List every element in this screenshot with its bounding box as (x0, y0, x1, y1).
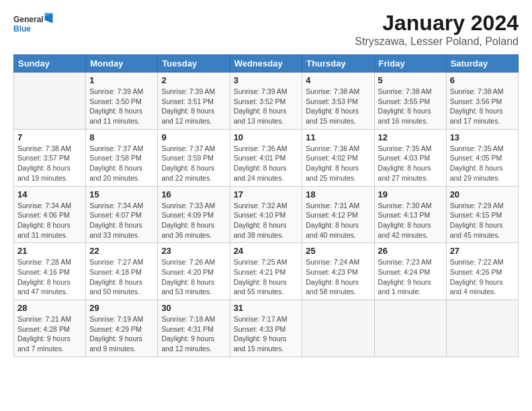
calendar-cell: 23Sunrise: 7:26 AM Sunset: 4:20 PM Dayli… (158, 243, 230, 300)
day-info: Sunrise: 7:39 AM Sunset: 3:50 PM Dayligh… (89, 87, 154, 126)
calendar-table: SundayMondayTuesdayWednesdayThursdayFrid… (13, 54, 519, 357)
day-number: 11 (306, 132, 370, 142)
day-number: 10 (234, 132, 299, 142)
day-number: 17 (234, 189, 299, 199)
calendar-cell: 22Sunrise: 7:27 AM Sunset: 4:18 PM Dayli… (86, 243, 158, 300)
day-number: 18 (306, 189, 370, 199)
day-number: 12 (378, 132, 443, 142)
day-info: Sunrise: 7:35 AM Sunset: 4:03 PM Dayligh… (378, 144, 443, 183)
day-number: 6 (450, 75, 515, 85)
day-number: 27 (450, 246, 515, 256)
calendar-cell: 20Sunrise: 7:29 AM Sunset: 4:15 PM Dayli… (446, 186, 518, 243)
calendar-cell: 16Sunrise: 7:33 AM Sunset: 4:09 PM Dayli… (158, 186, 230, 243)
day-info: Sunrise: 7:38 AM Sunset: 3:57 PM Dayligh… (17, 144, 82, 183)
calendar-cell: 29Sunrise: 7:19 AM Sunset: 4:29 PM Dayli… (86, 300, 158, 357)
day-number: 3 (234, 75, 299, 85)
calendar-cell: 5Sunrise: 7:38 AM Sunset: 3:55 PM Daylig… (374, 73, 446, 130)
calendar-cell: 2Sunrise: 7:39 AM Sunset: 3:51 PM Daylig… (158, 73, 230, 130)
logo: General Blue (13, 11, 54, 38)
calendar-cell (374, 300, 446, 357)
logo-svg: General Blue (13, 11, 54, 38)
day-number: 30 (161, 303, 226, 313)
day-info: Sunrise: 7:27 AM Sunset: 4:18 PM Dayligh… (89, 257, 154, 297)
calendar-week-row: 1Sunrise: 7:39 AM Sunset: 3:50 PM Daylig… (14, 73, 519, 130)
day-info: Sunrise: 7:37 AM Sunset: 3:58 PM Dayligh… (89, 144, 154, 183)
calendar-cell: 31Sunrise: 7:17 AM Sunset: 4:33 PM Dayli… (230, 300, 302, 357)
day-number: 23 (161, 246, 226, 256)
calendar-cell: 8Sunrise: 7:37 AM Sunset: 3:58 PM Daylig… (86, 129, 158, 186)
day-number: 7 (17, 132, 82, 142)
day-info: Sunrise: 7:19 AM Sunset: 4:29 PM Dayligh… (89, 314, 154, 354)
calendar-week-row: 14Sunrise: 7:34 AM Sunset: 4:06 PM Dayli… (14, 186, 519, 243)
day-info: Sunrise: 7:21 AM Sunset: 4:28 PM Dayligh… (17, 314, 82, 354)
month-title: January 2024 (355, 11, 519, 36)
calendar-cell: 9Sunrise: 7:37 AM Sunset: 3:59 PM Daylig… (158, 129, 230, 186)
day-info: Sunrise: 7:39 AM Sunset: 3:52 PM Dayligh… (234, 87, 299, 126)
day-info: Sunrise: 7:38 AM Sunset: 3:55 PM Dayligh… (378, 87, 443, 126)
calendar-header-row: SundayMondayTuesdayWednesdayThursdayFrid… (14, 55, 519, 73)
calendar-cell: 26Sunrise: 7:23 AM Sunset: 4:24 PM Dayli… (374, 243, 446, 300)
calendar-week-row: 28Sunrise: 7:21 AM Sunset: 4:28 PM Dayli… (14, 300, 519, 357)
calendar-day-header-thursday: Thursday (302, 55, 374, 73)
calendar-cell: 4Sunrise: 7:38 AM Sunset: 3:53 PM Daylig… (302, 73, 374, 130)
calendar-cell: 7Sunrise: 7:38 AM Sunset: 3:57 PM Daylig… (14, 129, 86, 186)
calendar-cell: 13Sunrise: 7:35 AM Sunset: 4:05 PM Dayli… (446, 129, 518, 186)
day-info: Sunrise: 7:29 AM Sunset: 4:15 PM Dayligh… (450, 201, 515, 240)
calendar-cell: 15Sunrise: 7:34 AM Sunset: 4:07 PM Dayli… (86, 186, 158, 243)
calendar-cell (446, 300, 518, 357)
calendar-cell: 11Sunrise: 7:36 AM Sunset: 4:02 PM Dayli… (302, 129, 374, 186)
day-info: Sunrise: 7:30 AM Sunset: 4:13 PM Dayligh… (378, 201, 443, 240)
day-number: 4 (306, 75, 370, 85)
calendar-cell: 21Sunrise: 7:28 AM Sunset: 4:16 PM Dayli… (14, 243, 86, 300)
calendar-day-header-sunday: Sunday (14, 55, 86, 73)
calendar-cell: 10Sunrise: 7:36 AM Sunset: 4:01 PM Dayli… (230, 129, 302, 186)
calendar-day-header-tuesday: Tuesday (158, 55, 230, 73)
calendar-cell: 1Sunrise: 7:39 AM Sunset: 3:50 PM Daylig… (86, 73, 158, 130)
day-info: Sunrise: 7:34 AM Sunset: 4:06 PM Dayligh… (17, 201, 82, 240)
day-info: Sunrise: 7:17 AM Sunset: 4:33 PM Dayligh… (234, 314, 299, 354)
title-section: January 2024 Stryszawa, Lesser Poland, P… (355, 11, 519, 48)
day-info: Sunrise: 7:26 AM Sunset: 4:20 PM Dayligh… (161, 257, 226, 297)
calendar-day-header-monday: Monday (86, 55, 158, 73)
day-info: Sunrise: 7:35 AM Sunset: 4:05 PM Dayligh… (450, 144, 515, 183)
day-info: Sunrise: 7:31 AM Sunset: 4:12 PM Dayligh… (306, 201, 370, 240)
day-number: 13 (450, 132, 515, 142)
calendar-cell: 12Sunrise: 7:35 AM Sunset: 4:03 PM Dayli… (374, 129, 446, 186)
calendar-cell (302, 300, 374, 357)
day-number: 21 (17, 246, 82, 256)
day-number: 24 (234, 246, 299, 256)
day-info: Sunrise: 7:33 AM Sunset: 4:09 PM Dayligh… (161, 201, 226, 240)
day-info: Sunrise: 7:28 AM Sunset: 4:16 PM Dayligh… (17, 257, 82, 297)
day-number: 8 (89, 132, 154, 142)
day-info: Sunrise: 7:38 AM Sunset: 3:53 PM Dayligh… (306, 87, 370, 126)
day-number: 28 (17, 303, 82, 313)
day-number: 19 (378, 189, 443, 199)
svg-text:Blue: Blue (13, 24, 31, 34)
calendar-cell: 6Sunrise: 7:38 AM Sunset: 3:56 PM Daylig… (446, 73, 518, 130)
calendar-cell: 19Sunrise: 7:30 AM Sunset: 4:13 PM Dayli… (374, 186, 446, 243)
day-info: Sunrise: 7:34 AM Sunset: 4:07 PM Dayligh… (89, 201, 154, 240)
calendar-week-row: 21Sunrise: 7:28 AM Sunset: 4:16 PM Dayli… (14, 243, 519, 300)
calendar-cell: 3Sunrise: 7:39 AM Sunset: 3:52 PM Daylig… (230, 73, 302, 130)
day-info: Sunrise: 7:37 AM Sunset: 3:59 PM Dayligh… (161, 144, 226, 183)
day-number: 2 (161, 75, 226, 85)
day-number: 14 (17, 189, 82, 199)
calendar-cell: 25Sunrise: 7:24 AM Sunset: 4:23 PM Dayli… (302, 243, 374, 300)
calendar-cell: 24Sunrise: 7:25 AM Sunset: 4:21 PM Dayli… (230, 243, 302, 300)
calendar-cell: 17Sunrise: 7:32 AM Sunset: 4:10 PM Dayli… (230, 186, 302, 243)
day-info: Sunrise: 7:32 AM Sunset: 4:10 PM Dayligh… (234, 201, 299, 240)
svg-text:General: General (13, 15, 44, 24)
calendar-day-header-wednesday: Wednesday (230, 55, 302, 73)
day-number: 20 (450, 189, 515, 199)
calendar-cell: 14Sunrise: 7:34 AM Sunset: 4:06 PM Dayli… (14, 186, 86, 243)
day-number: 1 (89, 75, 154, 85)
day-number: 26 (378, 246, 443, 256)
day-info: Sunrise: 7:38 AM Sunset: 3:56 PM Dayligh… (450, 87, 515, 126)
calendar-cell: 27Sunrise: 7:22 AM Sunset: 4:26 PM Dayli… (446, 243, 518, 300)
calendar-cell: 18Sunrise: 7:31 AM Sunset: 4:12 PM Dayli… (302, 186, 374, 243)
day-info: Sunrise: 7:36 AM Sunset: 4:01 PM Dayligh… (234, 144, 299, 183)
location-title: Stryszawa, Lesser Poland, Poland (355, 36, 519, 48)
calendar-week-row: 7Sunrise: 7:38 AM Sunset: 3:57 PM Daylig… (14, 129, 519, 186)
day-info: Sunrise: 7:18 AM Sunset: 4:31 PM Dayligh… (161, 314, 226, 354)
day-info: Sunrise: 7:24 AM Sunset: 4:23 PM Dayligh… (306, 257, 370, 297)
